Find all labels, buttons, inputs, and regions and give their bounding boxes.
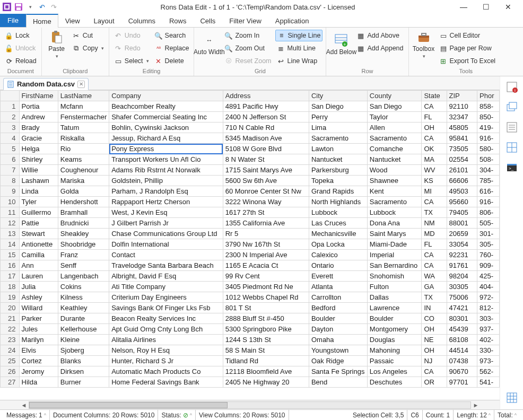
menu-tab-rows[interactable]: Rows [162,14,194,27]
cell[interactable]: MA [422,154,447,165]
cell[interactable]: 916- [477,133,500,144]
table-row[interactable]: 5HelgaRioPony Express5108 W Gore BlvdLaw… [1,144,500,154]
cell[interactable]: 3405 Piedmont Rd Ne [223,282,309,292]
cell[interactable]: Bramhall [58,207,109,218]
cell[interactable]: Antionette [19,239,58,250]
cell[interactable]: 505- [477,218,500,229]
cell[interactable]: 60 Monroe Center St Nw [223,186,309,197]
cell[interactable]: FL [422,112,447,122]
cell[interactable]: 49503 [447,186,477,197]
cell[interactable]: 801 T St [223,303,309,313]
cell[interactable]: Goldstein, Phillip [109,176,223,186]
cell[interactable]: 1012 Webbs Chapel Rd [223,292,309,303]
row-number[interactable]: 17 [1,271,20,282]
row-number[interactable]: 14 [1,239,20,250]
grid-panel-icon[interactable] [505,141,518,154]
cell[interactable]: Allen [367,122,422,133]
cell[interactable]: Snohomish [367,271,422,282]
cell[interactable]: CA [422,366,447,377]
cell[interactable]: 2300 N Imperial Ave [223,250,309,260]
row-number[interactable]: 15 [1,250,20,260]
table-panel-icon[interactable] [505,391,518,404]
cell[interactable]: Bedford [309,303,367,313]
cell[interactable]: Hunter, Richard S Jr [109,356,223,366]
lock-button[interactable]: 🔒Lock [3,30,38,41]
menu-tab-view[interactable]: View [58,14,87,27]
cell[interactable]: 760- [477,250,500,260]
cell[interactable]: Hendershott [58,197,109,207]
console-icon[interactable]: >_ [505,161,518,174]
cell[interactable]: Topeka [309,176,367,186]
cell[interactable]: Sacramento [309,133,367,144]
table-row[interactable]: 15CamillaFranzContact2300 N Imperial Ave… [1,250,500,260]
table-row[interactable]: 6ShirleyKeamsTransport Workers Un Afl Ci… [1,154,500,165]
cell[interactable]: Senff [58,260,109,271]
cell[interactable]: Parkersburg [309,165,367,176]
cell[interactable]: 850- [477,112,500,122]
cell[interactable]: West, J Kevin Esq [109,207,223,218]
cell[interactable]: 2405 Ne Highway 20 [223,377,309,388]
column-header[interactable]: City [309,91,367,101]
cell[interactable]: Hilda [19,377,58,388]
cell[interactable]: Mcfann [58,101,109,112]
pageperrow-button[interactable]: ▤Page per Row [438,42,498,54]
addbelow-button[interactable]: +Add Below [329,30,353,59]
cell[interactable]: 92231 [447,250,477,260]
addappend-button[interactable]: ▦Add Append [355,42,405,54]
cell[interactable]: San Bernardino [367,260,422,271]
column-header[interactable]: FirstName [19,91,58,101]
cell[interactable]: 26101 [447,165,477,176]
cell[interactable]: 330- [477,345,500,356]
cell[interactable]: Adams Rib Rstrnt At Norwalk [109,165,223,176]
cell[interactable]: CA [422,101,447,112]
cell[interactable]: Taylor [367,112,422,122]
table-row[interactable]: 11GuillermoBramhallWest, J Kevin Esq1617… [1,207,500,218]
cell[interactable]: Dirksen [58,366,109,377]
cell[interactable]: Lubbock [367,207,422,218]
cell[interactable]: Ati Title Company [109,282,223,292]
table-row[interactable]: 2AndrewFenstermacherShafer Commercial Se… [1,112,500,122]
cell[interactable]: 916- [477,197,500,207]
cell[interactable]: 12118 Bloomfield Ave [223,366,309,377]
cell[interactable]: Pony Express [109,144,223,154]
cell[interactable]: NM [422,218,447,229]
cell[interactable]: Montgomery [367,324,422,335]
multiline-button[interactable]: ≣Multi Line [275,42,323,54]
reload-button[interactable]: ⟳Reload [3,55,38,67]
row-number[interactable]: 5 [1,144,20,154]
cell[interactable]: Andrew [19,112,58,122]
cell[interactable]: Boulder [367,313,422,324]
resetzoom-button[interactable]: ⦾Reset Zoom [223,55,273,67]
scroll-right-icon[interactable]: ► [471,402,481,408]
cell[interactable]: Nantucket [367,154,422,165]
cell[interactable]: Lawrence [367,303,422,313]
cell[interactable]: Omaha [309,335,367,345]
cell[interactable]: Jessup, Richard A Esq [109,133,223,144]
cell[interactable]: Beachcomber Realty [109,101,223,112]
cell[interactable]: Jules [19,324,58,335]
cell[interactable]: Chase Communications Group Ltd [109,229,223,239]
row-number[interactable]: 11 [1,207,20,218]
cell[interactable]: Gracie [19,133,58,144]
unlock-button[interactable]: 🔓Unlock [3,42,38,54]
cell[interactable]: OK [422,144,447,154]
qat-dropdown-icon[interactable]: ▾ [25,2,35,12]
cell[interactable]: Albright, David F Esq [109,271,223,282]
cell[interactable]: 95660 [447,197,477,207]
cell[interactable]: 75006 [447,292,477,303]
cell[interactable]: Saint Marys [367,229,422,239]
table-row[interactable]: 3BradyTatumBohlin, Cywinski Jackson710 N… [1,122,500,133]
cell[interactable]: Sacramento [367,197,422,207]
cell[interactable]: Automatic Mach Products Co [109,366,223,377]
cell[interactable]: Grand Rapids [309,186,367,197]
cell[interactable]: Fenstermacher [58,112,109,122]
table-row[interactable]: 13StewartSheakleyChase Communications Gr… [1,229,500,239]
singleline-button[interactable]: ≡Single Line [275,30,323,41]
row-number[interactable]: 7 [1,165,20,176]
row-number[interactable]: 1 [1,101,20,112]
cell[interactable]: 419- [477,122,500,133]
table-row[interactable]: 25CortezBlanksHunter, Richard S JrTidlan… [1,356,500,366]
cell[interactable]: Pattie [19,218,58,229]
cell[interactable]: Mechanicsville [309,229,367,239]
cell[interactable]: Cortez [19,356,58,366]
